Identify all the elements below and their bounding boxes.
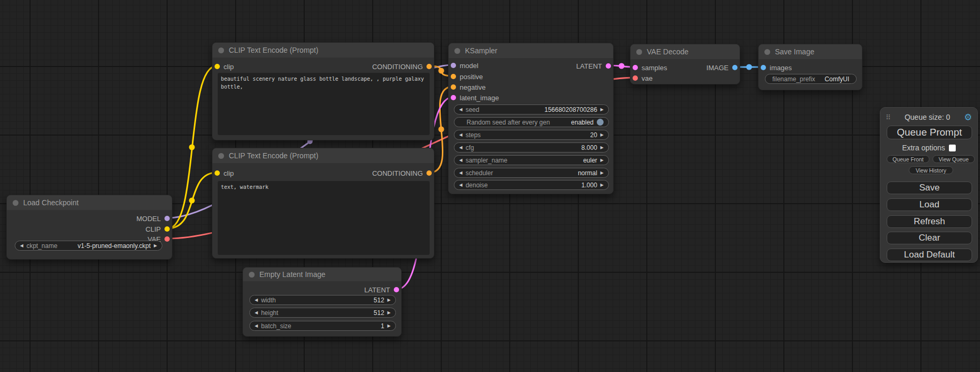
node-graph-canvas[interactable]: CLIP Text Encode (Prompt) clip CONDITION…	[0, 0, 980, 372]
queue-front-button[interactable]: Queue Front	[887, 155, 929, 163]
decrement-arrow-icon[interactable]: ◀	[255, 298, 258, 302]
socket-dot-vae[interactable]	[164, 236, 170, 242]
drag-handle-icon[interactable]: ⠿	[886, 113, 891, 121]
node-title-bar[interactable]: CLIP Text Encode (Prompt)	[212, 43, 434, 58]
node-vae-decode[interactable]: VAE Decode samples vae IMAGE	[630, 44, 740, 84]
input-socket-clip[interactable]: clip	[215, 61, 234, 72]
socket-dot-image[interactable]	[761, 65, 766, 70]
decrement-arrow-icon[interactable]: ◀	[459, 171, 462, 175]
socket-dot-image[interactable]	[732, 65, 738, 70]
node-title-bar[interactable]: VAE Decode	[630, 44, 740, 59]
increment-arrow-icon[interactable]: ▶	[600, 171, 604, 175]
node-save-image[interactable]: Save Image images filename_prefix ComfyU…	[758, 44, 862, 90]
collapse-dot-icon[interactable]	[249, 272, 255, 278]
decrement-arrow-icon[interactable]: ◀	[255, 311, 258, 315]
widget-scheduler[interactable]: ◀ scheduler normal ▶	[454, 168, 609, 178]
increment-arrow-icon[interactable]: ▶	[600, 183, 604, 187]
widget-ckpt-name[interactable]: ◀ ckpt_name v1-5-pruned-emaonly.ckpt ▶	[15, 241, 162, 251]
node-title-bar[interactable]: KSampler	[449, 43, 613, 58]
socket-dot-clip[interactable]	[215, 170, 220, 176]
widget-denoise[interactable]: ◀ denoise 1.000 ▶	[454, 180, 609, 190]
node-clip-text-encode-negative[interactable]: CLIP Text Encode (Prompt) clip CONDITION…	[212, 148, 434, 259]
increment-arrow-icon[interactable]: ▶	[600, 133, 604, 137]
increment-arrow-icon[interactable]: ▶	[154, 244, 157, 248]
widget-height[interactable]: ◀ height 512 ▶	[249, 308, 396, 318]
prompt-textarea[interactable]: beautiful scenery nature glass bottle la…	[218, 73, 430, 135]
output-socket-conditioning[interactable]: CONDITIONING	[372, 168, 432, 178]
increment-arrow-icon[interactable]: ▶	[600, 108, 604, 112]
socket-dot-clip[interactable]	[215, 64, 220, 69]
view-history-button[interactable]: View History	[909, 166, 953, 174]
decrement-arrow-icon[interactable]: ◀	[459, 183, 462, 187]
collapse-dot-icon[interactable]	[218, 47, 224, 53]
collapse-dot-icon[interactable]	[13, 200, 18, 206]
node-title-bar[interactable]: CLIP Text Encode (Prompt)	[212, 148, 434, 163]
socket-dot-model[interactable]	[164, 216, 170, 221]
collapse-dot-icon[interactable]	[218, 153, 224, 159]
input-socket-positive[interactable]: positive	[451, 71, 483, 82]
increment-arrow-icon[interactable]: ▶	[387, 324, 391, 328]
extra-options-checkbox[interactable]	[949, 145, 956, 151]
decrement-arrow-icon[interactable]: ◀	[255, 324, 258, 328]
socket-dot-conditioning[interactable]	[451, 74, 456, 79]
socket-dot-latent[interactable]	[633, 65, 638, 70]
socket-dot-clip[interactable]	[164, 226, 170, 232]
input-socket-vae[interactable]: vae	[633, 73, 653, 83]
decrement-arrow-icon[interactable]: ◀	[459, 133, 462, 137]
node-title-bar[interactable]: Save Image	[759, 44, 862, 59]
settings-gear-icon[interactable]: ⚙	[964, 113, 972, 122]
decrement-arrow-icon[interactable]: ◀	[20, 244, 23, 248]
input-socket-clip[interactable]: clip	[215, 168, 234, 178]
node-load-checkpoint[interactable]: Load Checkpoint MODEL CLIP VAE ◀ ckpt_na…	[6, 195, 172, 260]
socket-dot-vae[interactable]	[633, 75, 638, 81]
widget-batch-size[interactable]: ◀ batch_size 1 ▶	[249, 321, 396, 331]
output-socket-latent[interactable]: LATENT	[576, 61, 611, 71]
save-button[interactable]: Save	[887, 182, 972, 194]
widget-width[interactable]: ◀ width 512 ▶	[249, 295, 396, 305]
load-button[interactable]: Load	[887, 198, 972, 211]
prompt-textarea[interactable]: text, watermark	[218, 181, 430, 255]
node-title-bar[interactable]: Load Checkpoint	[7, 195, 172, 210]
widget-cfg[interactable]: ◀ cfg 8.000 ▶	[454, 142, 609, 152]
widget-steps[interactable]: ◀ steps 20 ▶	[454, 130, 609, 140]
widget-random-seed-toggle[interactable]: Random seed after every gen enabled	[454, 117, 609, 127]
input-socket-latent-image[interactable]: latent_image	[451, 92, 499, 103]
decrement-arrow-icon[interactable]: ◀	[459, 158, 462, 163]
socket-dot-latent[interactable]	[606, 63, 611, 69]
output-socket-latent[interactable]: LATENT	[364, 284, 399, 295]
socket-dot-conditioning[interactable]	[451, 84, 456, 90]
node-title-bar[interactable]: Empty Latent Image	[243, 268, 401, 281]
input-socket-images[interactable]: images	[761, 62, 792, 73]
decrement-arrow-icon[interactable]: ◀	[459, 108, 462, 112]
socket-dot-model[interactable]	[451, 63, 456, 68]
increment-arrow-icon[interactable]: ▶	[387, 311, 391, 315]
increment-arrow-icon[interactable]: ▶	[600, 146, 604, 150]
socket-dot-latent[interactable]	[394, 287, 399, 292]
increment-arrow-icon[interactable]: ▶	[387, 298, 391, 302]
socket-dot-conditioning[interactable]	[426, 170, 432, 176]
output-socket-conditioning[interactable]: CONDITIONING	[372, 61, 432, 72]
input-socket-negative[interactable]: negative	[451, 82, 486, 92]
load-default-button[interactable]: Load Default	[887, 249, 972, 261]
input-socket-model[interactable]: model	[451, 60, 478, 71]
widget-filename-prefix[interactable]: filename_prefix ComfyUI	[765, 74, 857, 84]
refresh-button[interactable]: Refresh	[887, 215, 972, 228]
socket-dot-latent[interactable]	[451, 95, 456, 100]
input-socket-samples[interactable]: samples	[633, 62, 667, 73]
output-socket-model[interactable]: MODEL	[137, 213, 170, 224]
node-empty-latent-image[interactable]: Empty Latent Image LATENT ◀ width 512 ▶ …	[242, 267, 402, 337]
widget-seed[interactable]: ◀ seed 156680208700286 ▶	[454, 104, 609, 115]
toggle-enabled-icon[interactable]	[597, 119, 604, 126]
node-clip-text-encode-positive[interactable]: CLIP Text Encode (Prompt) clip CONDITION…	[212, 42, 434, 140]
collapse-dot-icon[interactable]	[636, 49, 642, 55]
collapse-dot-icon[interactable]	[764, 49, 770, 55]
output-socket-clip[interactable]: CLIP	[145, 224, 170, 234]
output-socket-image[interactable]: IMAGE	[706, 62, 738, 73]
view-queue-button[interactable]: View Queue	[933, 155, 975, 163]
clear-button[interactable]: Clear	[887, 232, 972, 244]
socket-dot-conditioning[interactable]	[426, 64, 432, 69]
increment-arrow-icon[interactable]: ▶	[600, 158, 604, 163]
collapse-dot-icon[interactable]	[454, 48, 460, 54]
node-ksampler[interactable]: KSampler model positive negative latent_…	[448, 43, 614, 194]
decrement-arrow-icon[interactable]: ◀	[459, 146, 462, 150]
